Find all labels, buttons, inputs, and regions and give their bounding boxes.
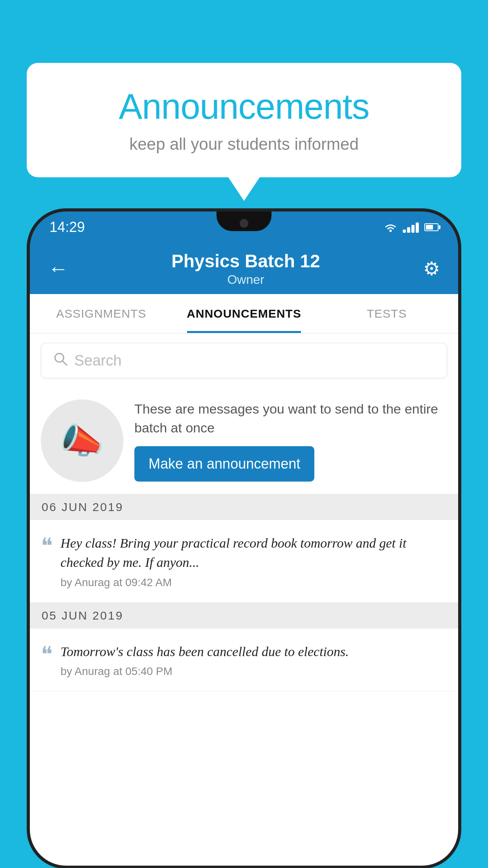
speech-bubble-subtitle: keep all your students informed — [58, 135, 430, 154]
announcement-text-1: Hey class! Bring your practical record b… — [61, 533, 447, 572]
date-header-2: 05 JUN 2019 — [30, 603, 458, 629]
cta-description: These are messages you want to send to t… — [134, 400, 447, 437]
announcement-content-2: Tomorrow's class has been cancelled due … — [61, 642, 447, 678]
header-subtitle: Owner — [68, 272, 423, 287]
speech-bubble-arrow — [228, 177, 260, 201]
tab-assignments[interactable]: ASSIGNMENTS — [30, 294, 172, 333]
tab-bar: ASSIGNMENTS ANNOUNCEMENTS TESTS — [30, 294, 458, 333]
cta-right: These are messages you want to send to t… — [134, 400, 447, 481]
announcement-meta-2: by Anurag at 05:40 PM — [61, 665, 447, 678]
quote-icon-2: ❝ — [41, 644, 53, 666]
speech-bubble: Announcements keep all your students inf… — [27, 63, 461, 177]
battery-icon — [424, 223, 438, 231]
tab-tests[interactable]: TESTS — [316, 294, 458, 333]
status-time: 14:29 — [50, 219, 85, 235]
status-icons — [384, 222, 438, 233]
announcement-item-2: ❝ Tomorrow's class has been cancelled du… — [30, 629, 458, 691]
search-bar[interactable]: Search — [41, 343, 447, 378]
search-placeholder: Search — [74, 352, 121, 369]
tab-announcements[interactable]: ANNOUNCEMENTS — [172, 294, 315, 333]
settings-icon[interactable]: ⚙ — [423, 257, 440, 280]
search-icon — [53, 351, 68, 370]
notch-camera — [240, 219, 248, 228]
phone-frame: 14:29 ← — [27, 208, 461, 868]
app-header: ← Physics Batch 12 Owner ⚙ — [30, 243, 458, 294]
signal-bars-icon — [403, 222, 419, 233]
svg-point-0 — [389, 230, 392, 232]
announcement-cta: 📣 These are messages you want to send to… — [30, 388, 458, 494]
header-title: Physics Batch 12 — [68, 250, 423, 272]
back-button[interactable]: ← — [48, 257, 68, 280]
quote-icon-1: ❝ — [41, 535, 53, 557]
status-bar: 14:29 — [30, 211, 458, 243]
speech-bubble-section: Announcements keep all your students inf… — [27, 63, 461, 201]
wifi-icon — [384, 222, 397, 233]
header-title-container: Physics Batch 12 Owner — [68, 250, 423, 287]
speech-bubble-title: Announcements — [58, 86, 430, 127]
notch — [216, 211, 272, 231]
megaphone-circle: 📣 — [41, 399, 123, 482]
phone-content: Search 📣 These are messages you want to … — [30, 333, 458, 866]
announcement-content-1: Hey class! Bring your practical record b… — [61, 533, 447, 589]
announcement-meta-1: by Anurag at 09:42 AM — [61, 576, 447, 589]
make-announcement-button[interactable]: Make an announcement — [134, 446, 314, 482]
date-header-1: 06 JUN 2019 — [30, 494, 458, 520]
svg-line-2 — [62, 361, 67, 365]
announcement-item-1: ❝ Hey class! Bring your practical record… — [30, 520, 458, 603]
megaphone-icon: 📣 — [60, 420, 104, 462]
announcement-text-2: Tomorrow's class has been cancelled due … — [61, 642, 447, 661]
